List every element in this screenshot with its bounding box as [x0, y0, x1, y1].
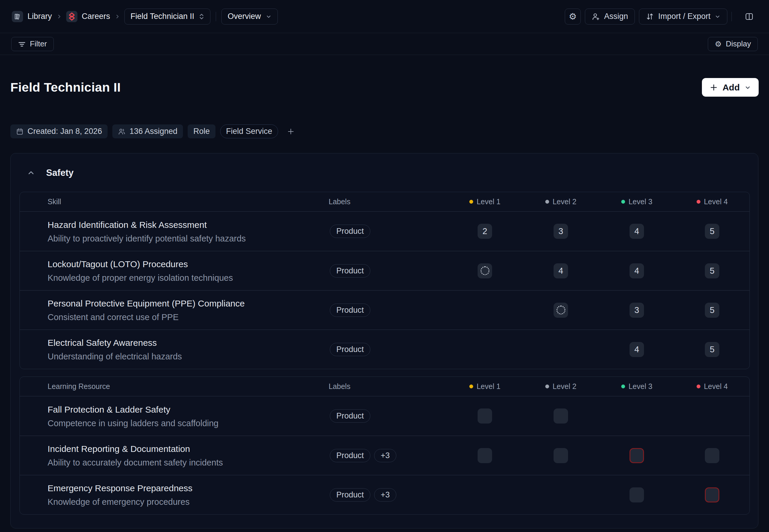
skill-cell[interactable]: Emergency Response PreparednessKnowledge…: [20, 475, 329, 514]
level-cell: [447, 436, 523, 475]
level-column-header: Level 3: [599, 197, 675, 206]
skill-description: Ability to accurately document safety in…: [48, 457, 329, 468]
level-label: Level 4: [704, 197, 728, 206]
side-panel-toggle-button[interactable]: [741, 9, 757, 25]
level-dot-icon: [621, 200, 625, 204]
empty-level-chip[interactable]: [554, 408, 568, 424]
settings-button[interactable]: ⚙: [565, 9, 581, 25]
entity-selector[interactable]: Field Technician II: [124, 9, 211, 25]
label-pill[interactable]: Product: [330, 225, 370, 238]
add-button[interactable]: Add: [702, 78, 759, 97]
level-value-chip[interactable]: 3: [554, 224, 568, 239]
label-pill[interactable]: Product: [330, 343, 370, 356]
label-pill[interactable]: Product: [330, 488, 370, 502]
level-value-chip[interactable]: 4: [630, 263, 644, 278]
skill-cell[interactable]: Incident Reporting & DocumentationAbilit…: [20, 436, 329, 475]
level-label: Level 2: [553, 382, 577, 391]
empty-level-chip[interactable]: [478, 448, 492, 463]
skill-cell[interactable]: Personal Protective Equipment (PPE) Comp…: [20, 290, 329, 330]
loading-chip[interactable]: [554, 303, 568, 318]
skill-cell[interactable]: Lockout/Tagout (LOTO) ProceduresKnowledg…: [20, 251, 329, 290]
empty-level-chip[interactable]: [630, 487, 644, 502]
level-value-chip[interactable]: 4: [630, 342, 644, 357]
level-value-chip[interactable]: 2: [478, 224, 492, 239]
page-title: Field Technician II: [10, 80, 121, 95]
assigned-badge[interactable]: 136 Assigned: [112, 124, 183, 138]
level-cell: 5: [675, 290, 749, 330]
plus-icon: [287, 128, 295, 135]
level-cell: [675, 436, 749, 475]
level-column-header: Level 2: [523, 382, 599, 391]
level-value-chip[interactable]: 5: [705, 303, 719, 318]
level-cell: [447, 475, 523, 514]
alert-level-chip[interactable]: [630, 448, 644, 463]
level-cell: [523, 290, 599, 330]
labels-cell: Product: [329, 396, 447, 436]
table-row: Incident Reporting & DocumentationAbilit…: [20, 436, 749, 475]
level-dot-icon: [545, 385, 549, 388]
level-cell: [523, 330, 599, 369]
breadcrumb-careers[interactable]: Careers: [66, 11, 110, 22]
app-root: Library Careers Field Technician II: [0, 0, 769, 532]
level-label: Level 3: [629, 197, 653, 206]
label-pill[interactable]: Product: [330, 264, 370, 278]
skill-cell[interactable]: Hazard Identification & Risk AssessmentA…: [20, 212, 329, 251]
chevron-down-icon: [744, 84, 751, 91]
filter-button[interactable]: Filter: [11, 37, 54, 51]
safety-section-card: Safety SkillLabelsLevel 1Level 2Level 3L…: [10, 153, 758, 528]
divider: [216, 12, 216, 21]
empty-level-chip[interactable]: [554, 448, 568, 463]
table-row: Personal Protective Equipment (PPE) Comp…: [20, 290, 749, 330]
gear-icon: ⚙: [715, 40, 721, 48]
label-pill[interactable]: Product: [330, 449, 370, 462]
labels-cell: Product: [329, 212, 447, 251]
display-button[interactable]: ⚙ Display: [708, 37, 758, 51]
labels-cell: Product: [329, 251, 447, 290]
table-header-row: SkillLabelsLevel 1Level 2Level 3Level 4: [20, 192, 749, 212]
level-value-chip[interactable]: 4: [630, 224, 644, 239]
created-badge[interactable]: Created: Jan 8, 2026: [10, 124, 108, 138]
level-value-chip[interactable]: 4: [554, 263, 568, 278]
label-pill[interactable]: Product: [330, 304, 370, 317]
view-selector-value: Overview: [228, 12, 261, 21]
level-value-chip[interactable]: 3: [630, 303, 644, 318]
level-value-chip[interactable]: 5: [705, 342, 719, 357]
role-badge[interactable]: Role: [188, 124, 215, 138]
chevron-right-icon: [115, 14, 120, 19]
calendar-icon: [16, 128, 24, 135]
breadcrumb-library[interactable]: Library: [12, 11, 52, 22]
assign-button[interactable]: Assign: [585, 9, 635, 25]
label-pill[interactable]: Product: [330, 409, 370, 423]
skill-cell[interactable]: Electrical Safety AwarenessUnderstanding…: [20, 330, 329, 369]
skill-table: SkillLabelsLevel 1Level 2Level 3Level 4H…: [20, 192, 750, 369]
learning-resource-table: Learning ResourceLabelsLevel 1Level 2Lev…: [20, 377, 750, 515]
add-tag-button[interactable]: [284, 125, 298, 138]
more-labels-pill[interactable]: +3: [374, 449, 396, 462]
skill-cell[interactable]: Fall Protection & Ladder SafetyCompetenc…: [20, 396, 329, 436]
more-labels-pill[interactable]: +3: [374, 488, 396, 502]
level-value-chip[interactable]: 5: [705, 263, 719, 278]
plus-icon: [710, 83, 718, 92]
level-value-chip[interactable]: 5: [705, 224, 719, 239]
level-dot-icon: [469, 200, 473, 204]
entity-selector-value: Field Technician II: [131, 12, 194, 21]
skill-title: Emergency Response Preparedness: [48, 482, 329, 494]
level-label: Level 1: [477, 382, 501, 391]
table-row: Lockout/Tagout (LOTO) ProceduresKnowledg…: [20, 251, 749, 290]
filter-lines-icon: [18, 41, 26, 47]
department-tag[interactable]: Field Service: [220, 124, 278, 138]
view-selector[interactable]: Overview: [221, 9, 278, 25]
level-cell: [523, 436, 599, 475]
skill-description: Knowledge of emergency procedures: [48, 496, 329, 508]
collapse-section-button[interactable]: [26, 168, 36, 178]
loading-chip[interactable]: [478, 263, 492, 278]
empty-level-chip[interactable]: [478, 408, 492, 424]
import-export-button[interactable]: Import / Export: [639, 9, 727, 25]
alert-level-chip[interactable]: [705, 487, 719, 502]
skill-description: Understanding of electrical hazards: [48, 351, 329, 362]
level-cell: 5: [675, 330, 749, 369]
level-cell: [447, 396, 523, 436]
level-label: Level 4: [704, 382, 728, 391]
empty-level-chip[interactable]: [705, 448, 719, 463]
chevron-down-icon: [715, 14, 721, 20]
